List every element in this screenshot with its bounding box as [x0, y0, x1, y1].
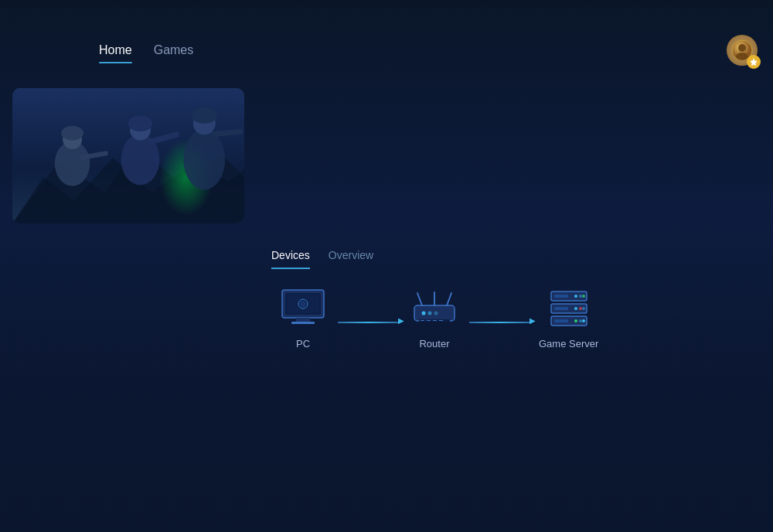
svg-rect-28	[212, 129, 243, 138]
tab-overview[interactable]: Overview	[329, 249, 373, 269]
svg-point-13	[738, 44, 746, 52]
game-thumbnail	[12, 88, 244, 223]
nav-games[interactable]: Games	[154, 43, 194, 60]
pc-icon-wrapper	[276, 285, 330, 332]
svg-rect-63	[554, 307, 568, 310]
svg-rect-55	[439, 320, 443, 321]
server-icon-wrapper	[542, 285, 596, 332]
avatar-badge	[747, 55, 761, 69]
conn-line-2	[469, 322, 531, 323]
pc-label: PC	[296, 338, 310, 350]
svg-point-26	[183, 129, 225, 190]
router-label: Router	[419, 338, 449, 350]
svg-rect-52	[421, 320, 424, 321]
nav-home[interactable]: Home	[99, 43, 132, 60]
device-pc: PC	[276, 285, 330, 350]
svg-rect-67	[554, 319, 568, 322]
svg-rect-42	[287, 295, 319, 313]
svg-point-70	[582, 319, 585, 322]
svg-rect-54	[433, 320, 437, 321]
svg-rect-24	[148, 131, 180, 145]
svg-point-68	[574, 319, 577, 322]
svg-rect-59	[554, 295, 568, 298]
svg-point-29	[192, 107, 217, 124]
svg-point-61	[579, 295, 582, 298]
svg-line-45	[417, 293, 422, 305]
svg-point-25	[128, 115, 152, 131]
server-icon	[545, 288, 593, 329]
svg-point-21	[61, 126, 83, 141]
svg-point-48	[422, 312, 426, 315]
avatar-area	[727, 35, 761, 69]
bg-mountain	[0, 269, 773, 532]
router-icon	[408, 288, 461, 329]
svg-point-66	[582, 307, 585, 310]
svg-rect-53	[427, 320, 431, 321]
svg-point-62	[582, 295, 585, 298]
svg-marker-15	[750, 58, 758, 66]
svg-point-69	[579, 319, 582, 322]
tab-devices[interactable]: Devices	[271, 249, 310, 269]
router-icon-wrapper	[407, 285, 461, 332]
svg-point-65	[579, 307, 582, 310]
svg-rect-41	[291, 322, 315, 324]
pc-icon	[279, 288, 327, 329]
svg-line-47	[447, 293, 451, 305]
svg-point-64	[574, 307, 577, 310]
app-container: ‹ Home Games	[0, 0, 773, 532]
game-thumb-inner	[12, 88, 244, 223]
device-server: Game Server	[539, 285, 598, 350]
svg-point-49	[428, 312, 432, 315]
svg-point-50	[434, 312, 438, 315]
conn-line-1	[338, 322, 400, 323]
device-router: Router	[407, 285, 461, 350]
server-label: Game Server	[539, 338, 598, 350]
svg-rect-40	[296, 318, 310, 322]
svg-point-60	[574, 295, 577, 298]
